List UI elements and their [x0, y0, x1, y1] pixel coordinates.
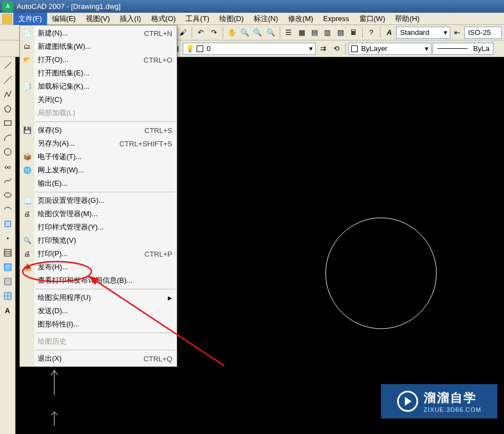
- rectangle-icon[interactable]: [2, 117, 14, 129]
- menu-file[interactable]: 文件(F): [13, 13, 47, 25]
- arc-icon[interactable]: [2, 131, 14, 144]
- textstyle-icon[interactable]: A: [383, 27, 395, 39]
- file-menu-item[interactable]: 输出(E)...: [34, 177, 177, 190]
- linetype-combo[interactable]: ByLa: [433, 43, 493, 55]
- watermark-url: ZIXUE.3D66.COM: [424, 406, 481, 413]
- menu-window[interactable]: 窗口(W): [354, 13, 390, 25]
- hatch-icon[interactable]: [2, 247, 14, 259]
- textstyle-combo[interactable]: Standard ▾: [396, 27, 450, 39]
- sheetset-icon[interactable]: ▥: [322, 27, 333, 39]
- menu-separator: [35, 192, 176, 192]
- dimstyle-icon[interactable]: ⇤: [451, 27, 463, 39]
- blank-icon: [20, 291, 34, 304]
- zoom-realtime-icon[interactable]: 🔍: [239, 27, 250, 39]
- file-menu-item[interactable]: 绘图实用程序(U)▶: [34, 291, 177, 304]
- pan-icon[interactable]: ✋: [226, 27, 238, 39]
- dimstyle-combo[interactable]: ISO-25: [464, 27, 502, 39]
- new-icon: 📄: [20, 27, 34, 40]
- file-menu-item[interactable]: 关闭(C): [34, 93, 177, 106]
- menu-item-label: 页面设置管理器(G)...: [34, 196, 105, 206]
- file-menu-item[interactable]: 🖨绘图仪管理器(M)...: [34, 207, 177, 221]
- properties-icon[interactable]: ☰: [282, 27, 294, 39]
- svg-rect-3: [4, 121, 11, 125]
- ellipsearc-icon[interactable]: [2, 203, 14, 216]
- file-menu-item[interactable]: 📃页面设置管理器(G)...: [34, 194, 177, 207]
- file-menu-item[interactable]: 🗂新建图纸集(W)...: [34, 40, 177, 53]
- file-menu-item[interactable]: 📂打开(O)...CTRL+O: [34, 53, 177, 67]
- file-menu-item[interactable]: 退出(X)CTRL+Q: [34, 352, 177, 365]
- menu-format[interactable]: 格式(O): [146, 13, 181, 25]
- menu-item-shortcut: CTRL+P: [145, 250, 172, 258]
- undo-icon[interactable]: ↶: [195, 27, 207, 39]
- menu-modify[interactable]: 修改(M): [283, 13, 318, 25]
- watermark-title: 溜溜自学: [424, 390, 477, 406]
- polygon-icon[interactable]: [2, 103, 14, 115]
- file-menu-item[interactable]: 📄新建(N)...CTRL+N: [34, 27, 177, 40]
- designcenter-icon[interactable]: ▦: [296, 27, 307, 39]
- menu-item-label: 图形特性(I)...: [34, 319, 79, 329]
- matchprop-icon[interactable]: 🖌: [177, 27, 189, 39]
- file-menu-item[interactable]: 🖨打印(P)...CTRL+P: [34, 247, 177, 261]
- point-icon[interactable]: [2, 232, 14, 244]
- blank-icon: [20, 177, 34, 190]
- markup-icon[interactable]: ▧: [335, 27, 346, 39]
- file-menu-item[interactable]: 💾保存(S)CTRL+S: [34, 124, 177, 137]
- layer-states-icon[interactable]: ⇉: [317, 43, 329, 55]
- quickcalc-icon[interactable]: 🖩: [347, 27, 359, 39]
- layer-prev-icon[interactable]: ⟲: [330, 43, 342, 55]
- menu-edit[interactable]: 编辑(E): [47, 13, 81, 25]
- region-icon[interactable]: [2, 275, 14, 288]
- dimstyle-value: ISO-25: [467, 28, 492, 37]
- mtext-icon[interactable]: A: [2, 304, 14, 316]
- print-icon: 🖨: [20, 247, 34, 261]
- menu-tools[interactable]: 工具(T): [181, 13, 214, 25]
- printpreview-icon: 🔍: [20, 234, 34, 247]
- svg-line-1: [4, 76, 12, 84]
- sheetset-new-icon: 🗂: [20, 40, 34, 53]
- ellipse-icon[interactable]: [2, 189, 14, 201]
- layer-combo[interactable]: 💡 0 ▾: [183, 43, 316, 55]
- file-menu-item[interactable]: 📑加载标记集(K)...: [34, 80, 177, 93]
- blank-icon: [20, 335, 34, 348]
- file-menu-item[interactable]: 查看打印和发布详细信息(B)...: [34, 274, 177, 287]
- svg-point-5: [4, 193, 11, 197]
- circle-icon[interactable]: [2, 146, 14, 158]
- file-menu-item[interactable]: 另存为(A)...CTRL+SHIFT+S: [34, 137, 177, 150]
- file-menu-item[interactable]: 🌐网上发布(W)...: [34, 164, 177, 177]
- revcloud-icon[interactable]: [2, 160, 14, 172]
- table-icon[interactable]: [2, 290, 14, 302]
- color-combo[interactable]: ByLayer ▾: [348, 43, 431, 55]
- file-menu-item[interactable]: 🔍打印预览(V): [34, 234, 177, 247]
- help-icon[interactable]: ?: [366, 27, 377, 39]
- zoom-window-icon[interactable]: 🔍: [252, 27, 264, 39]
- file-menu-item[interactable]: 📦电子传递(T)...: [34, 150, 177, 164]
- zoom-prev-icon[interactable]: 🔍: [265, 27, 276, 39]
- file-menu-item[interactable]: 打印样式管理器(Y)...: [34, 221, 177, 234]
- line-icon[interactable]: [2, 59, 14, 72]
- menu-insert[interactable]: 插入(I): [115, 13, 146, 25]
- svg-rect-12: [4, 278, 11, 285]
- menu-item-label: 网上发布(W)...: [34, 165, 84, 175]
- file-menu-item[interactable]: 图形特性(I)...: [34, 318, 177, 331]
- menu-draw[interactable]: 绘图(D): [214, 13, 249, 25]
- redo-icon[interactable]: ↷: [208, 27, 220, 39]
- menu-dimension[interactable]: 标注(N): [249, 13, 283, 25]
- xline-icon[interactable]: [2, 74, 14, 86]
- menu-view[interactable]: 视图(V): [81, 13, 115, 25]
- file-menu-item[interactable]: 发送(D)...: [34, 304, 177, 318]
- menu-item-label: 绘图实用程序(U): [34, 293, 91, 303]
- submenu-arrow-icon: ▶: [168, 295, 172, 301]
- blank-icon: [20, 221, 34, 234]
- menu-help[interactable]: 帮助(H): [390, 13, 424, 25]
- toolpalette-icon[interactable]: ▤: [308, 27, 320, 39]
- menu-item-label: 保存(S): [34, 125, 61, 135]
- linetype-value: ByLa: [472, 44, 491, 53]
- file-menu-item[interactable]: 📤发布(H)...: [34, 261, 177, 274]
- insertblock-icon[interactable]: [2, 218, 14, 230]
- menu-item-shortcut: CTRL+SHIFT+S: [120, 140, 172, 148]
- polyline-icon[interactable]: [2, 88, 14, 100]
- gradient-icon[interactable]: [2, 261, 14, 273]
- spline-icon[interactable]: [2, 175, 14, 187]
- file-menu-item[interactable]: 打开图纸集(E)...: [34, 67, 177, 80]
- menu-express[interactable]: Express: [318, 13, 354, 24]
